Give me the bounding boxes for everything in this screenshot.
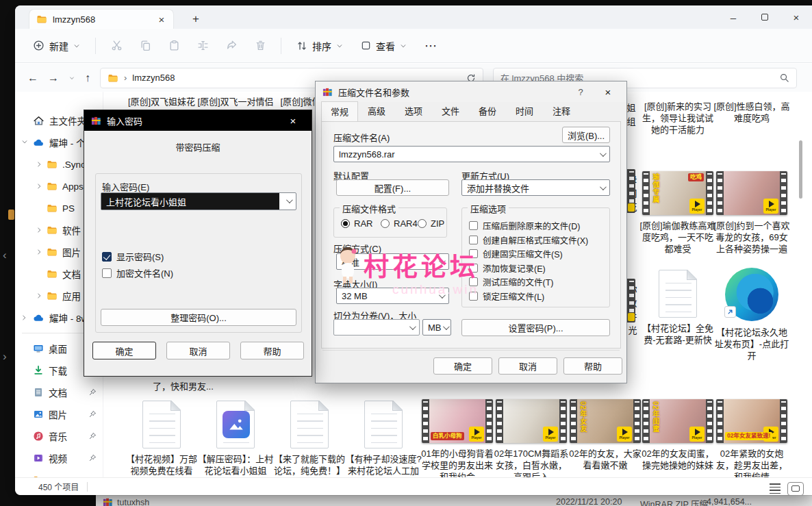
tab-文件[interactable]: 文件 [432,101,469,121]
cancel-button[interactable]: 取消 [498,357,557,375]
file-item[interactable]: 【来了就能下载的论坛，纯免费！】 [270,401,349,477]
help-icon[interactable]: ? [570,87,591,97]
help-button[interactable]: 帮助 [240,342,304,359]
up-button[interactable]: ↑ [85,72,90,84]
paste-button[interactable] [162,34,186,58]
sidebar-item-文档[interactable]: 文档 [15,381,103,403]
option-checkbox[interactable]: 创建固实压缩文件(S) [469,247,563,260]
option-checkbox[interactable]: 锁定压缩文件(L) [469,290,544,303]
file-item[interactable]: 【村花论坛】全免费-无套路-更新快 [638,270,718,346]
ok-button[interactable]: 确定 [92,342,156,359]
cut-button[interactable] [104,34,129,58]
ok-button[interactable]: 确定 [433,357,492,375]
delete-button[interactable] [248,34,272,58]
rename-button[interactable] [190,34,215,58]
chevron-right-icon[interactable] [36,292,44,299]
close-icon[interactable]: × [281,115,305,127]
browse-button[interactable]: 浏览(B)... [562,127,610,143]
file-item[interactable]: Player02年闺蜜02年的女友闺蜜，操完她操她的妹妹 [638,399,718,471]
chevron-down-icon[interactable] [21,138,28,147]
option-checkbox[interactable]: 创建自解压格式压缩文件(X) [469,233,588,246]
tab-close-icon[interactable]: × [155,14,168,25]
close-icon[interactable]: × [596,86,620,98]
file-item[interactable]: Player吃鸡瑜伽专属[原创]瑜伽教练高难度吃鸡，一天不吃都难受 [638,171,718,255]
cancel-button[interactable]: 取消 [166,342,230,359]
tab-注释[interactable]: 注释 [543,101,580,121]
format-radio-ZIP[interactable]: ZIP [418,218,444,229]
more-options-button[interactable]: ⋯ [418,38,444,53]
chevron-right-icon[interactable] [36,249,44,255]
archive-name-combobox[interactable]: lmzzyn568.rar [333,146,610,162]
sidebar-item-视频[interactable]: 视频 [15,447,103,469]
copy-button[interactable] [133,34,157,58]
dialog-titlebar[interactable]: 输入密码 × [84,110,312,131]
tab-时间[interactable]: 时间 [506,101,543,121]
option-checkbox[interactable]: 添加恢复记录(E) [469,262,546,275]
file-item[interactable]: [原创]双飞姐妹花 [122,96,201,107]
chevron-right-icon[interactable] [36,183,44,190]
forward-button[interactable]: → [48,72,59,84]
tab-常规[interactable]: 常规 [321,101,358,122]
chevron-right-icon[interactable] [21,314,29,321]
chevron-right-icon[interactable] [36,227,44,233]
background-window-file-row[interactable]: tutuxhsh 2022/11/21 20:20 WinRAR ZIP 压缩.… [96,495,812,506]
video-frame: Player吃鸡瑜伽专属 [650,171,706,215]
split-size-combobox[interactable] [333,319,420,336]
split-unit-combobox[interactable]: MB [422,319,451,336]
share-button[interactable] [219,34,244,58]
option-checkbox[interactable]: 测试压缩的文件(T) [469,275,553,288]
vertical-scrollbar[interactable] [799,140,802,199]
file-item[interactable]: 【村花视频】万部视频免费在线看 [122,401,201,477]
format-radio-RAR[interactable]: RAR [341,218,372,229]
sidebar-item-..[interactable]: .. [15,469,103,477]
file-item[interactable]: Player[原创]约到一个喜欢毒龙的女孩，69女上各种姿势操一遍 [712,171,791,255]
file-item[interactable]: [原创]性感白领，高难度吃鸡 [712,101,791,124]
file-item[interactable]: Player02年女友02年的女友，大家看看嫩不嫩 [566,399,645,471]
chevron-right-icon[interactable] [36,161,44,168]
file-item[interactable]: Player白乳小母狗01年的小母狗背着学校里的男友出来和我约会 [418,399,497,477]
help-button[interactable]: 帮助 [563,357,622,375]
tab-备份[interactable]: 备份 [469,101,506,121]
clipped-file-fragment[interactable]: 母闺花 [626,169,639,214]
encrypt-names-checkbox[interactable]: 加密文件名(N) [102,266,173,279]
password-input[interactable]: 上村花论坛看小姐姐 [101,192,296,210]
clipped-file-name-fragment[interactable]: 了，快和男友... [153,379,214,392]
organize-passwords-button[interactable]: 整理密码(O)... [101,309,296,326]
new-tab-button[interactable]: + [188,11,204,27]
view-button[interactable]: 查看 [354,34,414,58]
breadcrumb-folder[interactable]: lmzzyn568 [132,73,175,83]
file-item[interactable]: 【村花论坛永久地址发布页】-点此打开 [712,267,791,362]
history-chevron-icon[interactable] [69,75,75,81]
format-radio-RAR4[interactable]: RAR4 [381,218,418,229]
set-password-button[interactable]: 设置密码(P)... [461,319,610,336]
text-document-icon [142,401,181,448]
dialog-titlebar[interactable]: 压缩文件名和参数 ? × [316,81,626,102]
tab-高级[interactable]: 高级 [358,101,395,121]
show-password-checkbox[interactable]: 显示密码(S) [102,250,164,263]
file-item[interactable]: Player02年女友紧致速!02年紧致的女炮友，趁男友出差，和我偷情 [712,399,791,477]
file-item[interactable]: [原创]双飞一对情侣 [196,96,275,107]
sidebar-item-图片[interactable]: 图片 [15,403,103,425]
file-item[interactable]: 【解压密码】：上村花论坛看小姐姐 [196,401,275,477]
back-button[interactable]: ← [27,72,38,84]
sidebar-item-音乐[interactable]: 音乐 [15,425,103,447]
file-item[interactable]: Player02年170CM舞蹈系女孩，白皙水嫩，高跟后入 [492,399,571,477]
titlebar[interactable]: lmzzyn568 × + – × [15,5,812,29]
new-button[interactable]: 新建 [26,34,87,58]
large-icons-view-toggle[interactable] [787,482,804,495]
file-item[interactable]: 【有种子却没速度? 来村花论坛人工加速】 [344,401,423,477]
profiles-button[interactable]: 配置(F)... [336,179,449,196]
explorer-tab[interactable]: lmzzyn568 × [29,9,174,29]
sort-button[interactable]: 排序 [290,34,350,58]
tab-选项[interactable]: 选项 [395,101,432,121]
details-view-toggle[interactable] [767,480,783,495]
option-checkbox[interactable]: 压缩后删除原来的文件(D) [469,219,580,232]
file-item[interactable]: [原创]新来的实习生，领导让我试试她的干活能力 [638,101,718,136]
clipped-file-fragment[interactable]: 你教件光 [626,279,639,338]
update-mode-combobox[interactable]: 添加并替换文件 [461,179,610,196]
dictionary-combobox[interactable]: 32 MB [336,288,449,304]
maximize-button[interactable] [749,5,781,29]
minimize-button[interactable]: – [718,5,749,29]
method-combobox[interactable]: 标准 [336,253,449,270]
close-button[interactable]: × [781,5,812,29]
